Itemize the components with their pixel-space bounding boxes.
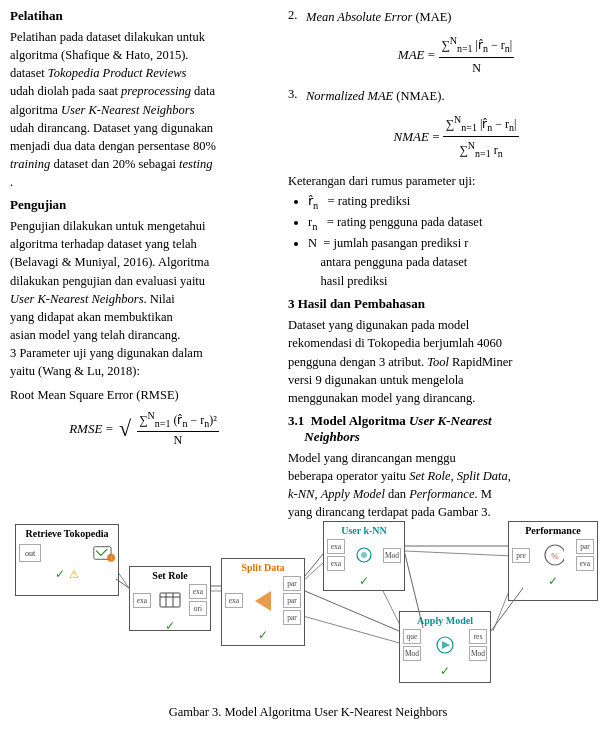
node-performance-footer: ✓ (544, 573, 562, 591)
nmae-item: 3. Normalized MAE (NMAE). NMAE = ∑Nn=1 |… (288, 87, 606, 168)
applymodel-icon (434, 634, 456, 656)
setrole-icon (159, 589, 181, 611)
nmae-denom: ∑Nn=1 rn (457, 137, 504, 161)
port-out: out (19, 544, 41, 562)
port-exa-in3: exa (327, 539, 345, 554)
diagram-caption: Gambar 3. Model Algoritma User K-Nearest… (0, 705, 616, 720)
node-applymodel-title: Apply Model (415, 614, 475, 627)
port-eva-out: eva (576, 556, 594, 571)
node-retrieve-body: out ! (16, 540, 118, 566)
mae-item: 2. Mean Absolute Error (MAE) MAE = ∑Nn=1… (288, 8, 606, 83)
node-splitdata[interactable]: Split Data exa par par par ✓ (221, 558, 305, 646)
port-par-out: par (576, 539, 594, 554)
section-pelatihan-title: Pelatihan (10, 8, 278, 24)
svg-text:!: ! (110, 555, 112, 561)
mae-numer: ∑Nn=1 |r̂n − rn| (439, 33, 514, 58)
node-splitdata-title: Split Data (239, 561, 286, 574)
node-performance[interactable]: Performance pre % par eva ✓ (508, 521, 598, 601)
node-setrole-title: Set Role (150, 569, 189, 582)
node-userknn-body: exa exa Mod (324, 537, 404, 573)
svg-line-3 (303, 616, 403, 644)
port-ori-out: ori (189, 601, 207, 616)
node-performance-title: Performance (523, 524, 583, 537)
diagram-section: Retrieve Tokopedia out ! ✓ ⚠ (0, 516, 616, 731)
check-icon: ✓ (55, 567, 65, 582)
svg-text:%: % (551, 551, 559, 561)
node-splitdata-footer: ✓ (254, 627, 272, 645)
left-column: Pelatihan Pelatihan pada dataset dilakuk… (10, 8, 278, 527)
section-pelatihan-para: Pelatihan pada dataset dilakukan untuk a… (10, 28, 278, 191)
svg-line-24 (305, 591, 399, 631)
check-icon3: ✓ (258, 628, 268, 643)
port-exa-in: exa (133, 593, 151, 608)
rmse-fraction: ∑Nn=1 (r̂n − rn)² N (137, 410, 219, 447)
keterangan-label: Keterangan dari rumus parameter uji: (288, 172, 606, 190)
bullet-rhat: r̂n = rating prediksi (308, 192, 606, 213)
section31-para: Model yang dirancangan menggu beberapa o… (288, 449, 606, 522)
port-mod-out: Mod (383, 548, 401, 563)
section3-title: 3 Hasil dan Pembahasan (288, 296, 606, 312)
node-applymodel-footer: ✓ (436, 663, 454, 681)
nmae-title: Normalized MAE (NMAE). (306, 89, 445, 103)
node-retrieve[interactable]: Retrieve Tokopedia out ! ✓ ⚠ (15, 524, 119, 596)
port-que: que (403, 629, 421, 644)
port-pre-in: pre (512, 548, 530, 563)
port-par1: par (283, 576, 301, 591)
port-res-out: res (469, 629, 487, 644)
node-userknn-title: User k-NN (339, 524, 389, 537)
check-icon5: ✓ (440, 664, 450, 679)
node-splitdata-body: exa par par par (222, 574, 304, 627)
mae-formula: MAE = ∑Nn=1 |r̂n − rn| N (306, 33, 606, 77)
nmae-numer: ∑Nn=1 |r̂n − rn| (443, 112, 518, 137)
check-icon4: ✓ (359, 574, 369, 589)
svg-marker-14 (255, 591, 271, 611)
port-exa-out: exa (189, 584, 207, 599)
node-setrole-body: exa exa ori (130, 582, 210, 618)
check-icon2: ✓ (165, 619, 175, 634)
node-userknn-footer: ✓ (355, 573, 373, 591)
node-applymodel[interactable]: Apply Model que Mod res Mod ✓ (399, 611, 491, 683)
nmae-fraction: ∑Nn=1 |r̂n − rn| ∑Nn=1 rn (443, 112, 518, 162)
rmse-denom: N (172, 432, 185, 448)
svg-line-5 (405, 551, 513, 556)
mae-denom: N (470, 58, 483, 77)
svg-line-23 (305, 554, 323, 576)
node-retrieve-title: Retrieve Tokopedia (23, 527, 110, 540)
node-applymodel-body: que Mod res Mod (400, 627, 490, 663)
mae-title: Mean Absolute Error (MAE) (306, 10, 451, 24)
content-area: Pelatihan Pelatihan pada dataset dilakuk… (0, 0, 616, 527)
right-column: 2. Mean Absolute Error (MAE) MAE = ∑Nn=1… (288, 8, 606, 527)
retrieve-icon: ! (93, 542, 115, 564)
bullet-N: N = jumlah pasangan prediksi r antara pe… (308, 234, 606, 290)
section-pengujian-para: Pengujian dilakukan untuk mengetahui alg… (10, 217, 278, 380)
port-par3: par (283, 610, 301, 625)
section31-title: 3.1 Model Algoritma User K-Nearest Neigh… (288, 413, 606, 445)
svg-rect-10 (160, 593, 180, 607)
warn-icon: ⚠ (69, 568, 79, 581)
node-performance-body: pre % par eva (509, 537, 597, 573)
port-exa-in2: exa (225, 593, 243, 608)
check-icon6: ✓ (548, 574, 558, 589)
rmse-label: Root Mean Square Error (RMSE) (10, 386, 278, 404)
port-par2: par (283, 593, 301, 608)
rmse-formula: RMSE = √ ∑Nn=1 (r̂n − rn)² N (10, 410, 278, 447)
svg-line-2 (303, 561, 325, 581)
node-setrole-footer: ✓ (161, 618, 179, 636)
bullet-rn: rn = rating pengguna pada dataset (308, 213, 606, 234)
svg-marker-18 (442, 641, 450, 649)
section3-para: Dataset yang digunakan pada model rekome… (288, 316, 606, 407)
diagram-canvas: Retrieve Tokopedia out ! ✓ ⚠ (13, 516, 603, 701)
rmse-left: RMSE = (69, 421, 113, 437)
caption-text: Gambar 3. Model Algoritma User K-Nearest… (169, 705, 448, 719)
userknn-icon (353, 544, 375, 566)
section-pengujian-title: Pengujian (10, 197, 278, 213)
bullet-list: r̂n = rating prediksi rn = rating penggu… (308, 192, 606, 291)
node-setrole[interactable]: Set Role exa exa ori (129, 566, 211, 631)
performance-icon: % (542, 544, 564, 566)
node-retrieve-footer: ✓ ⚠ (51, 566, 83, 584)
node-userknn[interactable]: User k-NN exa exa Mod ✓ (323, 521, 405, 591)
port-exa-in4: exa (327, 556, 345, 571)
splitdata-icon (252, 590, 274, 612)
port-Mod-in: Mod (403, 646, 421, 661)
rmse-numer: ∑Nn=1 (r̂n − rn)² (137, 410, 219, 431)
